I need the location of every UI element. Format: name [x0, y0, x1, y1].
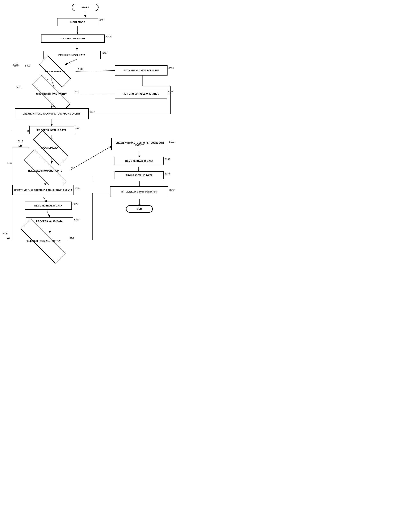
s317-step: S317 — [75, 127, 81, 130]
s303-node: TOUCHDOWN EVENT — [41, 34, 105, 43]
svg-line-22 — [47, 212, 50, 217]
s331-label: CREATE VIRTUAL TOUCHUP & TOUCHDOWN EVENT… — [112, 142, 168, 146]
s337-label: INITIALIZE AND WAIT FOR INPUT — [121, 191, 157, 193]
s307-step-label: S307 — [25, 65, 30, 67]
s321-label: RELEASED FROM ONE POINT? — [28, 169, 62, 172]
svg-text:S307: S307 — [13, 65, 19, 68]
s317-node: PROCESS INVALID DATA — [29, 126, 74, 134]
s327-step: S327 — [74, 218, 79, 221]
s325-step: S325 — [73, 203, 78, 205]
s305-label: PROCESS INPUT DATA — [59, 54, 85, 56]
s321-node: RELEASED FROM ONE POINT? S321 — [17, 162, 73, 180]
s311-label: NEW TOUCHDOWN EVENT? — [36, 93, 67, 95]
s323-step: S323 — [75, 187, 80, 190]
svg-line-5 — [76, 71, 119, 71]
s325-label: REMOVE INVALID DATA — [34, 204, 62, 207]
s309-node: INITIALIZE AND WAIT FOR INPUT — [115, 65, 168, 76]
s311-node: NEW TOUCHDOWN EVENT? S311 — [27, 86, 76, 102]
s321-step-label: S321 — [7, 162, 12, 165]
s333-step: S333 — [165, 158, 170, 161]
s323-label: CREATE VIRTUAL TOUCHUP & TOUCHDOWN EVENT… — [14, 189, 72, 191]
s315-step: S315 — [89, 110, 95, 113]
s307-label: TOUCHUP EVENT? — [45, 70, 65, 73]
flowchart: YES NO NO YES NO YES NO YES NO YES S307 … — [0, 0, 198, 266]
s331-step: S331 — [169, 141, 175, 143]
svg-text:NO: NO — [6, 237, 10, 239]
s315-node: CREATE VIRTUAL TOUCHUP & TOUCHDOWN EVENT… — [15, 108, 89, 119]
s301-node: INPUT MODE — [57, 18, 98, 26]
s335-node: PROCESS VALID DATA — [115, 171, 164, 179]
s333-label: REMOVE INVALID DATA — [125, 160, 153, 162]
s303-label: TOUCHDOWN EVENT — [60, 37, 85, 40]
s319-step-label: S319 — [18, 140, 23, 142]
s311-step-label: S311 — [16, 86, 22, 89]
s305-step: S305 — [102, 52, 107, 54]
end-label: END — [137, 208, 142, 210]
end-node: END — [126, 205, 153, 213]
s313-step: S313 — [168, 90, 173, 93]
s313-node: PERFORM SUITABLE OPERATION — [115, 89, 167, 99]
svg-text:S307: S307 — [13, 63, 18, 66]
svg-text:NO: NO — [18, 145, 22, 147]
s301-label: INPUT MODE — [70, 21, 85, 23]
s309-label: INITIALIZE AND WAIT FOR INPUT — [123, 69, 159, 72]
s319-label: TOUCHUP EVENT? — [41, 147, 61, 149]
s337-step: S337 — [169, 189, 175, 191]
s309-step: S309 — [168, 67, 174, 69]
s335-label: PROCESS VALID DATA — [126, 174, 153, 177]
s337-node: INITIALIZE AND WAIT FOR INPUT — [110, 186, 168, 197]
s303-step: S303 — [106, 35, 111, 38]
s329-step-label: S329 — [3, 232, 8, 235]
start-node: START — [72, 4, 99, 11]
s335-step: S335 — [165, 172, 170, 175]
s333-node: REMOVE INVALID DATA — [115, 157, 164, 165]
s301-step: S301 — [99, 19, 105, 21]
svg-text:YES: YES — [78, 68, 82, 70]
s313-label: PERFORM SUITABLE OPERATION — [123, 93, 159, 95]
svg-line-11 — [74, 94, 117, 94]
start-label: START — [81, 6, 89, 9]
s327-label: PROCESS VALID DATA — [36, 220, 63, 223]
s305-node: PROCESS INPUT DATA — [43, 51, 101, 59]
svg-line-19 — [70, 146, 112, 170]
s325-node: REMOVE INVALID DATA — [25, 201, 72, 210]
s315-label: CREATE VIRTUAL TOUCHUP & TOUCHDOWN EVENT… — [23, 113, 81, 115]
s329-label: RELEASED FROM ALL POINTS? — [26, 240, 60, 242]
s331-node: CREATE VIRTUAL TOUCHUP & TOUCHDOWN EVENT… — [111, 138, 168, 150]
s329-node: RELEASED FROM ALL POINTS? S329 — [13, 232, 73, 250]
s323-node: CREATE VIRTUAL TOUCHUP & TOUCHDOWN EVENT… — [12, 185, 74, 195]
